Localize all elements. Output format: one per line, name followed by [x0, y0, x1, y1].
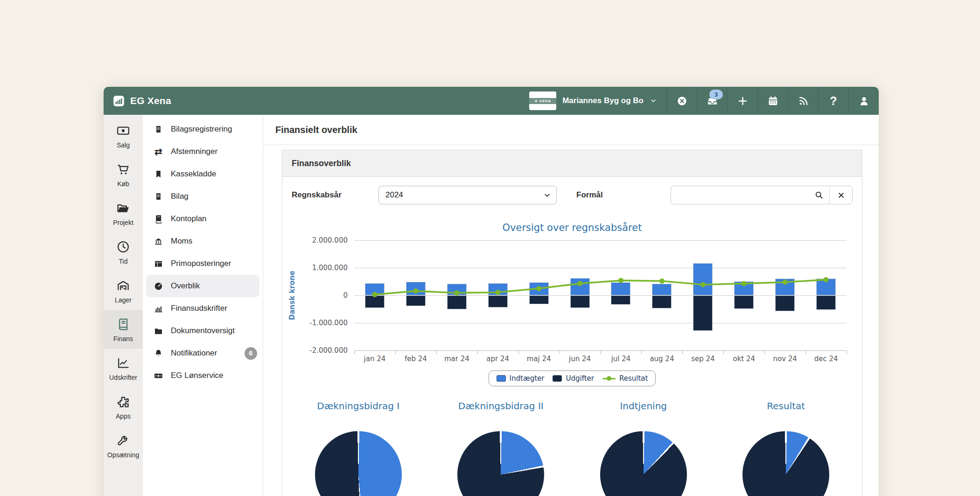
pie-chart[interactable]: [742, 431, 829, 496]
legend-item-resultat[interactable]: Resultat: [602, 374, 648, 383]
legend-item-indt-gter[interactable]: Indtægter: [497, 374, 545, 383]
cart-icon: [116, 162, 130, 176]
pie-chart[interactable]: [457, 431, 544, 496]
company-logo-text: e xena: [529, 98, 556, 104]
search-icon[interactable]: [814, 190, 824, 200]
profile-icon: [858, 95, 870, 107]
menu-item-bilagsregistrering[interactable]: Bilagsregistrering: [143, 118, 263, 140]
x-tick-label: jun 24: [560, 351, 601, 365]
company-logo: e xena: [529, 91, 556, 110]
menu-item-label: Overblik: [171, 281, 200, 291]
add-button[interactable]: [727, 87, 757, 115]
support-button[interactable]: [666, 87, 697, 115]
fiscal-year-value: 2024: [385, 190, 403, 200]
menu-item-kontoplan[interactable]: Kontoplan: [143, 208, 263, 230]
legend-swatch: [553, 375, 562, 382]
x-tick-label: nov 24: [764, 351, 805, 365]
puzzle-icon: [116, 395, 130, 409]
warehouse-icon: [116, 279, 130, 293]
menu-item-label: Kassekladde: [171, 169, 216, 179]
pie-chart[interactable]: [600, 431, 687, 496]
add-icon: [737, 95, 749, 107]
inbox-button[interactable]: 3: [697, 87, 727, 115]
menu-item-moms[interactable]: Moms: [143, 230, 263, 252]
rail-item-label: Opsætning: [107, 451, 139, 459]
swap-arrows-icon: ⇄: [154, 147, 163, 157]
menu-item-notifikationer[interactable]: Notifikationer6: [143, 342, 263, 364]
clear-search-button[interactable]: [830, 186, 852, 204]
receipt-icon: [154, 125, 163, 134]
axis-tick: [395, 351, 396, 354]
pie-title: Indtjening: [620, 400, 667, 412]
rail-item-label: Projekt: [113, 219, 133, 226]
pie-cell-indtjening: Indtjening: [572, 400, 715, 496]
rail-item-udskrifter[interactable]: Udskrifter: [104, 349, 143, 387]
notification-count-badge: 3: [709, 90, 723, 99]
axis-tick: [354, 351, 355, 354]
rail-item-label: Tid: [119, 258, 128, 265]
rail-item-lager[interactable]: Lager: [104, 271, 143, 310]
result-line[interactable]: [354, 240, 847, 350]
rail-item-apps[interactable]: Apps: [104, 387, 143, 426]
book-icon: [154, 214, 163, 224]
company-selector[interactable]: e xena Mariannes Byg og Bo: [520, 87, 666, 115]
feed-button[interactable]: [788, 87, 818, 115]
rail-item-label: Lager: [115, 296, 132, 304]
feed-icon: [798, 95, 809, 107]
menu-item-overblik[interactable]: Overblik: [146, 275, 259, 297]
pie-cell-d-kningsbidrag-i: Dækningsbidrag I: [287, 400, 430, 496]
rail-item-label: Salg: [117, 141, 130, 149]
bell-icon: [154, 349, 163, 358]
navbar-icon-group: 3?: [666, 87, 879, 115]
pie-title: Dækningsbidrag II: [458, 400, 544, 412]
x-tick-label: maj 24: [518, 351, 560, 365]
y-tick-label: -2.000.000: [309, 346, 348, 355]
purpose-group: Formål: [557, 186, 853, 204]
pie-cell-d-kningsbidrag-ii: Dækningsbidrag II: [430, 400, 573, 496]
fiscal-year-select[interactable]: 2024: [378, 186, 557, 204]
bank-icon: [154, 237, 163, 246]
banknote-icon: [116, 124, 130, 138]
bar-chart-icon: [154, 304, 163, 314]
x-tick-label: aug 24: [641, 351, 682, 365]
purpose-search-input[interactable]: [671, 186, 829, 204]
menu-item-finansudskrifter[interactable]: Finansudskrifter: [143, 297, 263, 320]
legend-label: Udgifter: [566, 374, 594, 383]
axis-tick: [518, 351, 519, 354]
menu-item-dokumentoversigt[interactable]: Dokumentoversigt: [143, 320, 263, 342]
help-button[interactable]: ?: [818, 87, 848, 115]
calendar-button[interactable]: [757, 87, 788, 115]
menu-item-bilag[interactable]: Bilag: [143, 185, 263, 208]
menu-item-eg-l-nservice[interactable]: EG Lønservice: [143, 364, 263, 387]
y-tick-label: 2.000.000: [312, 236, 348, 245]
rail-item-køb[interactable]: Køb: [104, 155, 143, 194]
rail-item-tid[interactable]: Tid: [104, 232, 143, 271]
menu-count-badge: 6: [245, 347, 257, 360]
chart-title: Oversigt over regnskabsåret: [282, 222, 862, 233]
pie-chart[interactable]: [315, 431, 402, 496]
menu-item-primoposteringer[interactable]: Primoposteringer: [143, 252, 263, 275]
axis-tick: [805, 351, 806, 354]
rail-item-opsætning[interactable]: Opsætning: [104, 426, 143, 465]
axis-tick: [560, 351, 560, 354]
brand[interactable]: EG Xena: [104, 87, 180, 115]
legend-swatch: [497, 375, 506, 382]
profile-button[interactable]: [848, 87, 879, 115]
bookmark-icon: [154, 169, 163, 179]
chart-legend: IndtægterUdgifterResultat: [489, 370, 656, 386]
receipt-icon: [154, 192, 163, 202]
menu-item-kassekladde[interactable]: Kassekladde: [143, 163, 263, 185]
y-axis-label: Dansk krone: [288, 271, 296, 320]
menu-item-afstemninger[interactable]: ⇄Afstemninger: [143, 140, 263, 163]
calendar-icon: [767, 95, 779, 107]
pie-cell-resultat: Resultat: [715, 400, 858, 496]
legend-item-udgifter[interactable]: Udgifter: [553, 374, 594, 383]
x-tick-label: jul 24: [601, 351, 642, 365]
purpose-search-group: [671, 186, 853, 204]
rail-item-label: Køb: [117, 180, 129, 188]
purpose-search-box: [671, 186, 830, 204]
rail-item-projekt[interactable]: Projekt: [104, 194, 143, 232]
rail-item-salg[interactable]: Salg: [104, 116, 143, 155]
rail-item-finans[interactable]: Finans: [104, 310, 143, 349]
pie-title: Dækningsbidrag I: [317, 400, 399, 412]
